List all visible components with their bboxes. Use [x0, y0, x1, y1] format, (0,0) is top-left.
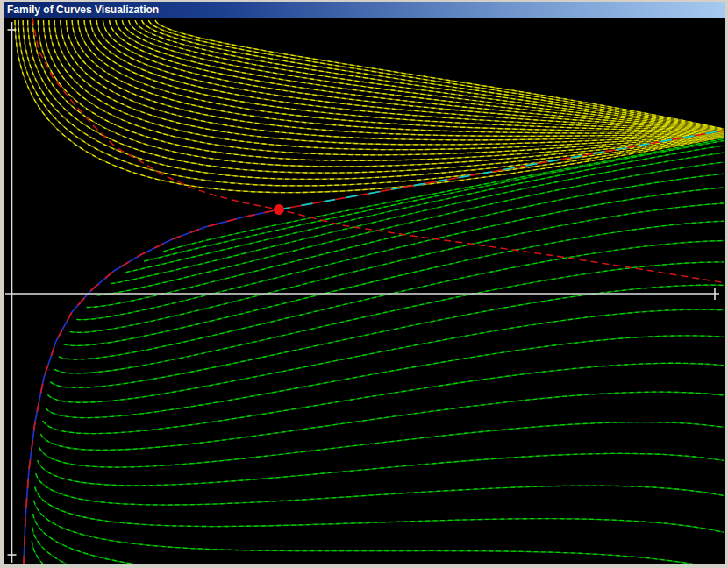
axes-layer [5, 22, 719, 563]
plot-area [4, 18, 725, 564]
curves-plot-canvas[interactable] [4, 18, 725, 564]
green-family-curve-base [50, 285, 725, 387]
green-family-curve [35, 487, 725, 535]
title-bar[interactable]: Family of Curves Visualization [4, 2, 725, 18]
curves-layer [15, 18, 725, 564]
green-family-curve [97, 161, 726, 295]
green-family-curve-base [34, 501, 725, 564]
yellow-family-curve-base [78, 20, 725, 133]
green-family-curve [40, 392, 725, 450]
yellow-family-curve [78, 20, 725, 133]
green-family-curve-base [59, 240, 725, 359]
green-family-curve [39, 422, 726, 467]
tangent-point-marker[interactable] [274, 204, 284, 215]
envelope-curve-red-dashed [32, 18, 725, 283]
green-family-curve [126, 145, 725, 273]
green-family-curve-base [35, 487, 725, 535]
green-family-curve [50, 285, 725, 387]
green-family-curve-base [33, 514, 725, 564]
green-family-curve-base [47, 309, 725, 402]
green-family-curve-base [87, 174, 725, 308]
green-family-curve [46, 336, 725, 418]
green-family-curve-base [39, 422, 726, 467]
window-title: Family of Curves Visualization [4, 2, 159, 18]
green-family-curve-base [126, 145, 725, 273]
green-family-curve [34, 501, 725, 564]
green-family-curve [32, 528, 725, 565]
green-family-curve [59, 240, 725, 359]
green-family-curve [47, 309, 725, 402]
green-family-curve [33, 514, 725, 564]
green-family-curve-base [54, 262, 725, 373]
green-family-curve-base [144, 139, 725, 261]
tangent-line-red-base [279, 130, 725, 209]
green-family-curve-base [111, 152, 725, 284]
green-family-curve [43, 363, 725, 433]
green-family-curve-base [46, 336, 725, 418]
yellow-family-curve [148, 20, 725, 131]
green-family-curve-base [40, 392, 725, 450]
green-family-curve-base [36, 473, 725, 505]
yellow-family-curve-base [148, 20, 725, 131]
green-family-curve-base [38, 453, 725, 485]
green-family-curve-base [97, 161, 726, 295]
green-family-curve [38, 453, 725, 485]
green-family-curve [87, 174, 725, 308]
app-window: Family of Curves Visualization [0, 0, 728, 568]
green-family-curve [54, 262, 725, 373]
green-family-curve [36, 473, 725, 505]
green-family-curve [144, 139, 725, 261]
green-family-curve-base [43, 363, 725, 433]
green-family-curve-base [32, 528, 725, 565]
